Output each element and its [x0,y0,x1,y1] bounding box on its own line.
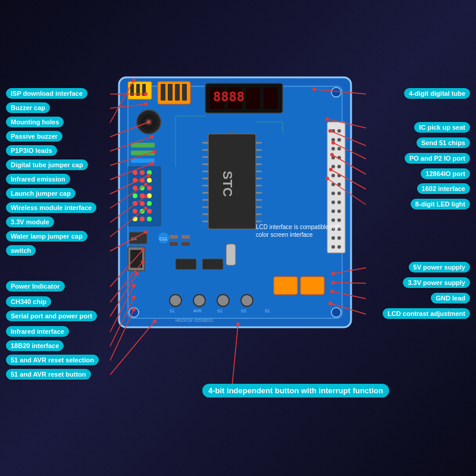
svg-point-31 [133,178,137,183]
svg-rect-107 [130,250,142,268]
svg-rect-108 [226,244,236,265]
svg-text:STC: STC [220,171,235,197]
label-serial-port: Serial port and power port [6,311,97,321]
label-switch: switch [6,245,36,256]
svg-point-35 [140,186,145,190]
label-ch340: CH340 chip [6,296,51,307]
label-avr-reset-selection: 51 and AVR reset selection [6,355,99,365]
svg-point-40 [133,201,137,206]
label-digital-tube-jumper: Digital tube jumper cap [6,159,88,170]
svg-point-104 [331,245,335,249]
svg-point-105 [337,245,341,249]
label-infrared-emission: Infrared emission [6,174,70,184]
svg-rect-19 [136,84,140,96]
svg-text:S2: S2 [217,309,223,313]
svg-text:HGOO3# JS51B021: HGOO3# JS51B021 [176,318,214,322]
label-po-p2-io: PO and P2 IO port [405,153,470,164]
svg-point-46 [133,217,137,221]
svg-rect-123 [181,235,190,239]
svg-point-84 [331,156,335,159]
svg-point-23 [145,118,152,126]
svg-text:AVR: AVR [193,309,202,313]
svg-point-82 [331,147,335,151]
svg-point-83 [337,147,341,151]
label-3v3-module: 3.3V module [6,217,54,227]
svg-point-79 [337,129,341,133]
label-launch-jumper: Launch jumper cap [6,188,76,199]
svg-point-112 [193,295,205,306]
label-buzzer-cap: Buzzer cap [6,102,50,113]
svg-point-89 [337,174,341,177]
label-avr-reset-button: 51 and AVR reset button [6,369,91,380]
svg-rect-120 [274,277,298,295]
label-power-indicator: Power Indicator [6,281,65,292]
label-gnd-lead: GND lead [431,293,470,303]
label-18b20: 18B20 interface [6,340,64,351]
svg-point-5 [331,308,341,317]
label-passive-buzzer: Passive buzzer [6,131,62,142]
svg-text:S4: S4 [131,236,137,242]
label-mounting-holes: Mounting holes [6,117,64,127]
svg-point-96 [331,209,335,213]
svg-point-48 [147,217,152,221]
svg-point-86 [331,165,335,168]
svg-text:C11: C11 [159,237,167,241]
label-wireless-module: Wireless module interface [6,202,96,213]
svg-rect-121 [300,277,324,295]
svg-point-29 [140,170,145,175]
svg-rect-109 [176,259,196,270]
svg-point-111 [170,295,181,306]
svg-point-95 [337,201,341,204]
svg-point-43 [133,209,137,214]
label-8digit-led: 8-digit LED light [411,199,470,209]
svg-point-114 [241,295,253,306]
svg-text:S1: S1 [265,309,270,313]
label-12864io: 12864IO port [421,168,470,179]
label-water-lamp: Water lamp jumper cap [6,231,87,242]
svg-rect-20 [142,84,146,96]
svg-point-93 [337,192,341,195]
svg-point-90 [331,183,335,186]
label-3v3-power: 3.3V power supply [403,277,470,288]
svg-point-3 [331,87,341,97]
svg-point-99 [337,218,341,222]
svg-point-80 [331,138,335,142]
svg-point-81 [337,138,341,142]
label-ic-pickup: IC pick up seat [414,122,470,133]
svg-point-44 [140,209,145,214]
svg-rect-13 [161,84,165,101]
svg-point-88 [331,174,335,177]
svg-point-30 [147,170,152,175]
svg-point-42 [147,201,152,206]
svg-text:S1: S1 [170,309,175,313]
svg-point-85 [337,156,341,159]
svg-rect-124 [170,242,178,246]
svg-point-37 [133,193,137,198]
svg-point-94 [331,201,335,204]
svg-rect-26 [131,158,155,163]
svg-point-36 [147,186,152,190]
svg-rect-18 [130,84,134,96]
svg-point-87 [337,165,341,168]
svg-point-39 [147,193,152,198]
svg-text:S3: S3 [241,309,246,313]
svg-point-78 [331,129,335,133]
svg-point-91 [337,183,341,186]
interrupt-btn-label: 4-bit independent button with interrupt … [202,384,389,397]
svg-rect-14 [168,84,173,101]
svg-rect-16 [182,84,187,101]
label-5v-power: 5V power supply [409,262,470,273]
label-lcd-contrast: LCD contrast adjustment [383,308,470,319]
svg-rect-24 [131,143,155,148]
label-p1p3io: P1P3IO leads [6,145,57,156]
svg-point-32 [140,178,145,183]
svg-point-97 [337,209,341,213]
svg-point-4 [129,308,139,317]
label-isp-download: ISP download interface [6,88,87,99]
svg-rect-25 [131,151,155,155]
label-4digit-tube: 4-digit digital tube [404,88,470,99]
svg-point-34 [133,186,137,190]
svg-point-41 [140,201,145,206]
svg-point-28 [133,170,137,175]
svg-point-47 [140,217,145,221]
